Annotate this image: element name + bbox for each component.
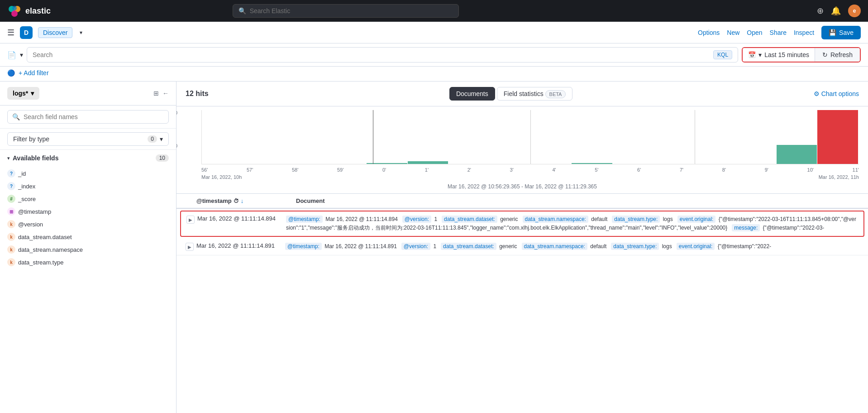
filter-type-button[interactable]: Filter by type 0 ▾ [7,132,169,146]
refresh-icon: ↻ [822,51,828,58]
date-picker-button[interactable]: 📅 ▾ Last 15 minutes [743,48,815,62]
calendar-icon: 📅 [748,51,756,58]
field-tag: data_stream.dataset: [441,243,496,250]
field-item[interactable]: # _score [4,192,172,205]
open-link[interactable]: Open [747,29,762,36]
inspect-link[interactable]: Inspect [794,29,814,36]
global-search-bar[interactable]: 🔍 [233,4,459,18]
top-nav: elastic 🔍 ⊕ 🔔 e [0,0,868,22]
field-list: ? _id ? _index # _score ⊞ @timestamp k @… [0,165,176,413]
row-document: @timestamp: Mar 16, 2022 @ 11:11:14.894 … [286,215,858,232]
kql-badge[interactable]: KQL [713,50,732,59]
index-pattern-button[interactable]: logs* ▾ [7,87,39,100]
hits-count: 12 hits [186,90,209,98]
filter-type-wrap: Filter by type 0 ▾ [0,129,176,150]
field-item[interactable]: ? _id [4,167,172,180]
date-range-wrap: 📅 ▾ Last 15 minutes ↻ Refresh [742,47,861,62]
app-chevron-icon[interactable]: ▾ [80,29,82,36]
field-tag: data_stream.type: [612,216,660,223]
global-search-input[interactable] [250,7,453,14]
sidebar: logs* ▾ ⊞ ← 🔍 Filter by type 0 ▾ [0,82,176,413]
chart-bar-highlight [817,110,858,164]
row-timestamp: Mar 16, 2022 @ 11:11:14.891 [196,242,285,249]
field-tag: event.original: [677,216,716,223]
field-item[interactable]: k @version [4,218,172,231]
chevron-down-icon: ▾ [7,155,10,161]
filter-icon: 🔵 [7,69,15,77]
field-type-icon: ⊞ [7,207,15,216]
grid-icon[interactable]: ⊞ [153,90,159,97]
field-name: @timestamp [18,208,51,215]
field-name: _id [18,170,26,177]
save-button[interactable]: 💾 Save [821,26,861,39]
col-document-header: Document [296,197,859,204]
field-tag: @version: [402,216,431,223]
row-expand-button[interactable]: ▶ [186,243,194,251]
options-link[interactable]: Options [698,29,720,36]
field-tag: event.original: [677,243,715,250]
search-icon: 🔍 [238,7,246,14]
content-header: 12 hits Documents Field statistics BETA … [176,82,868,106]
row-expand-button[interactable]: ▶ [186,216,195,224]
field-item[interactable]: ? _index [4,180,172,192]
elastic-logo-icon[interactable] [7,4,22,18]
help-icon[interactable]: ⊕ [817,6,824,16]
app-name-button[interactable]: Discover [38,27,72,38]
field-type-icon: ? [7,182,15,190]
app-logo-text: elastic [25,6,51,16]
notifications-icon[interactable]: 🔔 [831,6,841,16]
date-range-label: Last 15 minutes [764,51,809,58]
svg-point-2 [11,10,18,17]
new-link[interactable]: New [727,29,739,36]
save-icon: 💾 [829,29,836,36]
field-item[interactable]: k data_stream.namespace [4,243,172,256]
table-header-row: @timestamp ⏱ ↓ Document [176,194,868,209]
arrow-left-icon[interactable]: ← [162,90,169,97]
field-search-wrap: 🔍 [7,110,169,124]
field-item[interactable]: k data_stream.type [4,256,172,269]
add-filter-button[interactable]: + Add filter [19,69,49,77]
field-name: data_stream.dataset [18,234,72,240]
field-tag: data_stream.dataset: [442,216,497,223]
search-input[interactable] [33,51,710,58]
chart-bar [572,163,612,164]
sidebar-header: logs* ▾ ⊞ ← [0,82,176,106]
sort-icon[interactable]: ↓ [241,197,244,204]
tab-group: Documents Field statistics BETA [449,87,573,101]
second-nav: ☰ D Discover ▾ Options New Open Share In… [0,22,868,43]
documents-tab[interactable]: Documents [449,87,495,101]
field-type-icon: ? [7,169,15,178]
elastic-logo: elastic [7,4,51,18]
field-tag: data_stream.namespace: [522,243,587,250]
refresh-button[interactable]: ↻ Refresh [815,48,860,62]
field-tag: @version: [401,243,430,250]
field-name: _index [18,183,35,190]
chart-bar [408,161,448,164]
table-area: @timestamp ⏱ ↓ Document ▶ Mar 16, 2022 @… [176,194,868,413]
filter-row: 🔵 + Add filter [0,67,868,82]
user-avatar[interactable]: e [848,5,861,17]
search-filter-bar: 📄 ▾ KQL 📅 ▾ Last 15 minutes ↻ Refresh [0,43,868,67]
chevron-down-icon: ▾ [160,135,163,143]
query-icon[interactable]: 📄 [7,51,16,59]
search-icon: 🔍 [12,113,20,120]
chevron-icon: ▾ [758,51,762,58]
filter-count-badge: 0 [148,135,157,143]
field-item[interactable]: ⊞ @timestamp [4,205,172,218]
query-chevron[interactable]: ▾ [20,51,23,58]
chart-options-button[interactable]: ⚙ Chart options [814,90,859,97]
search-input-wrap: KQL [27,47,738,62]
clock-icon: ⏱ [234,198,239,204]
section-header[interactable]: ▾ Available fields 10 [7,154,169,162]
menu-icon[interactable]: ☰ [7,28,14,38]
share-link[interactable]: Share [770,29,787,36]
available-count-badge: 10 [156,154,169,162]
field-search-input[interactable] [24,113,164,120]
chevron-down-icon: ▾ [31,90,34,97]
field-name: @version [18,221,43,228]
col-timestamp-header: @timestamp ⏱ ↓ [196,197,296,204]
field-type-icon: k [7,220,15,228]
field-item[interactable]: k data_stream.dataset [4,231,172,243]
main-layout: logs* ▾ ⊞ ← 🔍 Filter by type 0 ▾ [0,82,868,413]
field-stats-tab[interactable]: Field statistics BETA [497,87,573,101]
